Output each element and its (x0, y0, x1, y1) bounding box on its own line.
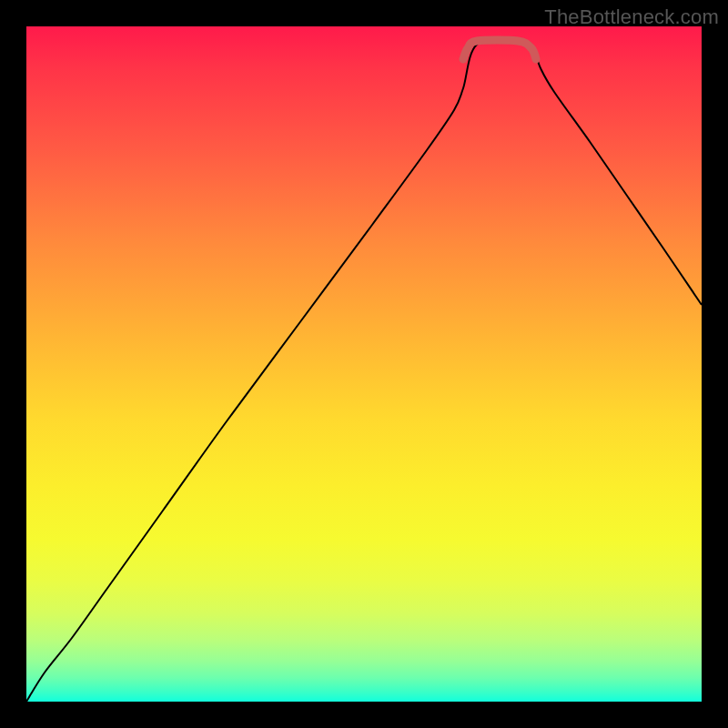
curve-svg (26, 26, 702, 702)
bottleneck-curve (26, 40, 702, 702)
plot-area (26, 26, 702, 702)
bottleneck-band (463, 40, 536, 59)
chart-frame: TheBottleneck.com (0, 0, 728, 728)
